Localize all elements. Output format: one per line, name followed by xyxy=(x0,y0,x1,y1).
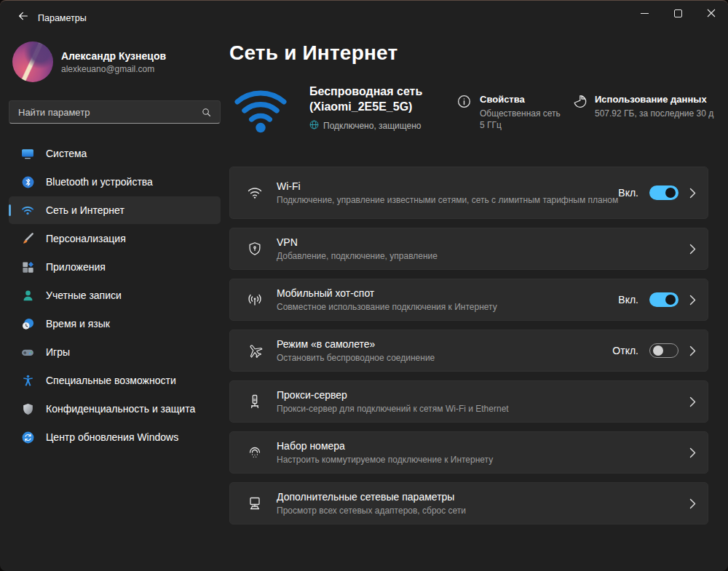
search-icon[interactable] xyxy=(201,107,212,118)
connection-status-text: Подключено, защищено xyxy=(323,121,422,131)
pie-chart-icon xyxy=(571,94,587,119)
sidebar: Александр Кузнецов alexkeuano@gmail.com xyxy=(0,34,229,571)
sidebar-item-label: Время и язык xyxy=(46,318,110,330)
system-display-icon xyxy=(20,146,35,161)
close-button[interactable] xyxy=(695,1,728,25)
row-subtitle: Прокси-сервер для подключений к сетям Wi… xyxy=(277,403,619,415)
row-subtitle: Просмотр всех сетевых адаптеров, сброс с… xyxy=(277,505,619,516)
search-box[interactable] xyxy=(9,100,221,124)
dialup-icon xyxy=(245,444,264,461)
chevron-right-icon xyxy=(689,396,696,407)
airplane-mode-toggle[interactable] xyxy=(649,343,678,358)
wifi-toggle[interactable] xyxy=(649,185,678,200)
row-airplane-mode[interactable]: Режим «в самолете» Остановить беспроводн… xyxy=(229,330,708,372)
properties-title: Свойства xyxy=(480,94,561,105)
sidebar-item-system[interactable]: Система xyxy=(9,140,221,167)
row-advanced-network[interactable]: Дополнительные сетевые параметры Просмот… xyxy=(229,482,708,524)
sidebar-item-label: Игры xyxy=(46,346,70,358)
sidebar-item-bluetooth[interactable]: Bluetooth и устройства xyxy=(9,168,221,196)
row-title: Wi-Fi xyxy=(277,180,618,192)
back-button[interactable] xyxy=(9,7,38,28)
sidebar-item-gaming[interactable]: Игры xyxy=(9,338,221,366)
properties-subtitle: Общественная сеть 5 ГГц xyxy=(480,108,561,131)
sidebar-item-label: Приложения xyxy=(46,261,106,273)
toggle-knob xyxy=(665,295,676,305)
sidebar-item-accessibility[interactable]: Специальные возможности xyxy=(9,367,221,394)
profile-email: alexkeuano@gmail.com xyxy=(61,64,166,74)
row-title: Прокси-сервер xyxy=(277,389,689,401)
sidebar-item-network[interactable]: Сеть и Интернет xyxy=(9,196,221,224)
chevron-right-icon xyxy=(689,188,696,199)
wifi-large-icon xyxy=(231,82,290,139)
network-wifi-icon xyxy=(20,203,35,217)
main-content: Сеть и Интернет Беспроводная сеть (Xiaom… xyxy=(229,34,728,571)
back-arrow-icon xyxy=(17,10,29,25)
avatar xyxy=(12,41,53,82)
data-usage-block[interactable]: Использование данных 507.92 ГБ, за после… xyxy=(571,94,713,119)
row-subtitle: Добавление, подключение, управление xyxy=(277,250,619,262)
maximize-button[interactable] xyxy=(661,1,695,25)
mobile-hotspot-toggle[interactable] xyxy=(649,292,678,307)
sidebar-nav: Система Bluetooth и устройства xyxy=(0,140,229,451)
row-subtitle: Совместное использование подключения к И… xyxy=(277,301,618,313)
search-input[interactable] xyxy=(9,107,201,118)
settings-window: Параметры Александр Кузнецов alexkeuano@… xyxy=(0,0,728,571)
network-hero: Беспроводная сеть (Xiaomi_2E5E_5G) Подкл… xyxy=(229,82,728,146)
chevron-right-icon xyxy=(689,346,696,356)
row-wifi[interactable]: Wi-Fi Подключение, управление известными… xyxy=(229,167,708,219)
row-subtitle: Остановить беспроводное соединение xyxy=(277,352,612,364)
sidebar-item-label: Персонализация xyxy=(46,233,126,244)
wifi-icon xyxy=(245,184,264,201)
info-icon xyxy=(456,94,472,131)
sidebar-item-accounts[interactable]: Учетные записи xyxy=(9,281,221,309)
sidebar-item-label: Учетные записи xyxy=(46,290,122,301)
minimize-button[interactable] xyxy=(628,1,661,25)
chevron-right-icon xyxy=(689,498,696,509)
toggle-state-label: Откл. xyxy=(612,345,638,356)
sidebar-item-label: Bluetooth и устройства xyxy=(46,176,153,188)
row-mobile-hotspot[interactable]: Мобильный хот-спот Совместное использова… xyxy=(229,279,708,321)
row-subtitle: Подключение, управление известными сетям… xyxy=(277,194,618,206)
vpn-shield-icon xyxy=(245,240,264,257)
sidebar-item-privacy[interactable]: Конфиденциальность и защита xyxy=(9,395,221,423)
settings-list: Wi-Fi Подключение, управление известными… xyxy=(229,167,728,524)
network-info: Беспроводная сеть (Xiaomi_2E5E_5G) Подкл… xyxy=(309,84,422,132)
sidebar-item-label: Конфиденциальность и защита xyxy=(46,403,195,415)
network-name: Беспроводная сеть (Xiaomi_2E5E_5G) xyxy=(309,84,422,114)
bluetooth-icon xyxy=(20,175,35,189)
windows-update-icon xyxy=(20,430,35,444)
row-vpn[interactable]: VPN Добавление, подключение, управление xyxy=(229,228,708,270)
page-title: Сеть и Интернет xyxy=(229,41,728,65)
toggle-knob xyxy=(665,188,676,198)
time-language-clock-icon xyxy=(20,316,35,331)
properties-block[interactable]: Свойства Общественная сеть 5 ГГц xyxy=(456,94,561,131)
toggle-knob xyxy=(653,346,663,356)
profile-name: Александр Кузнецов xyxy=(61,50,166,62)
chevron-right-icon xyxy=(689,447,696,458)
airplane-icon xyxy=(245,342,264,359)
toggle-state-label: Вкл. xyxy=(618,187,638,199)
globe-icon xyxy=(309,120,319,132)
sidebar-item-windows-update[interactable]: Центр обновления Windows xyxy=(9,423,221,451)
sidebar-item-label: Система xyxy=(46,148,87,159)
privacy-shield-icon xyxy=(20,402,35,416)
row-dialup[interactable]: Набор номера Настроить коммутируемое под… xyxy=(229,431,708,474)
sidebar-item-label: Сеть и Интернет xyxy=(46,204,124,216)
sidebar-item-label: Специальные возможности xyxy=(46,375,176,386)
advanced-network-icon xyxy=(245,495,264,512)
user-profile[interactable]: Александр Кузнецов alexkeuano@gmail.com xyxy=(12,41,229,82)
connection-status: Подключено, защищено xyxy=(309,120,422,132)
sidebar-item-time-language[interactable]: Время и язык xyxy=(9,310,221,338)
row-proxy[interactable]: Прокси-сервер Прокси-сервер для подключе… xyxy=(229,380,708,423)
row-title: VPN xyxy=(277,236,689,248)
mobile-hotspot-icon xyxy=(245,291,264,308)
gaming-gamepad-icon xyxy=(20,345,35,359)
sidebar-item-apps[interactable]: Приложения xyxy=(9,253,221,281)
window-controls xyxy=(628,1,728,25)
row-title: Режим «в самолете» xyxy=(277,338,612,350)
apps-icon xyxy=(20,260,35,274)
sidebar-item-label: Центр обновления Windows xyxy=(46,431,178,443)
sidebar-item-personalization[interactable]: Персонализация xyxy=(9,225,221,252)
accounts-person-icon xyxy=(20,288,35,303)
personalization-brush-icon xyxy=(20,231,35,246)
